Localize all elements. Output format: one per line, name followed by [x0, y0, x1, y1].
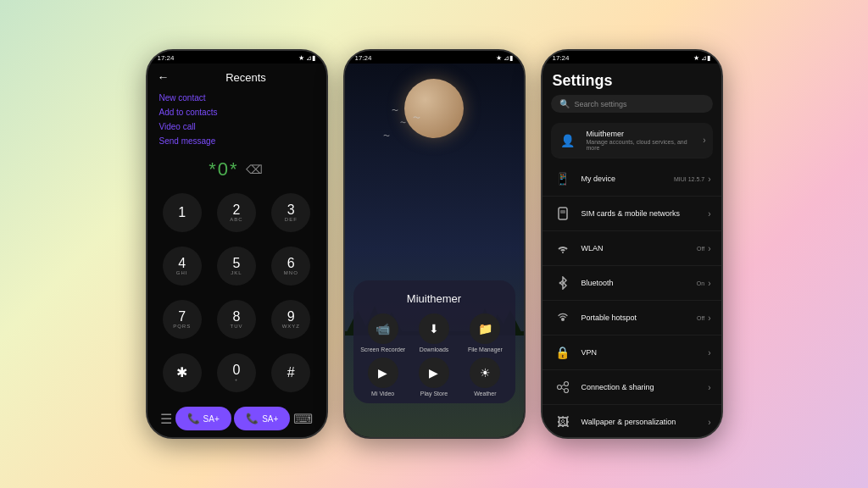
downloads-icon: ⬇ [419, 313, 449, 344]
settings-item-sim[interactable]: SIM cards & mobile networks › [542, 197, 721, 231]
menu-send-message[interactable]: Send message [159, 134, 314, 148]
wlan-title: WLAN [581, 244, 688, 252]
key-3[interactable]: 3DEF [271, 193, 310, 232]
keypad-icon[interactable]: ⌨ [293, 411, 313, 427]
call-btn-2[interactable]: 📞 SA+ [234, 407, 290, 430]
bluetooth-status: On [697, 280, 704, 286]
key-0[interactable]: 0+ [217, 353, 256, 392]
app-mi-video[interactable]: ▶ Mi Video [360, 358, 406, 396]
svg-line-16 [561, 388, 565, 390]
bird-4: 〜 [383, 131, 390, 141]
hotspot-title: Portable hotspot [581, 313, 688, 322]
play-store-icon: ▶ [419, 358, 449, 388]
settings-item-bluetooth[interactable]: Bluetooth On › [542, 266, 721, 301]
search-icon: 🔍 [559, 99, 570, 108]
app-play-store[interactable]: ▶ Play Store [411, 358, 457, 396]
chevron-icon-4: › [708, 279, 710, 288]
wallpaper-right: › [708, 418, 710, 427]
settings-item-wallpaper[interactable]: 🖼 Wallpaper & personalization › [542, 405, 721, 437]
screen-recorder-icon: 📹 [368, 313, 398, 344]
app-mi-video-label: Mi Video [371, 391, 394, 396]
backspace-icon[interactable]: ⌫ [246, 163, 264, 176]
app-play-store-label: Play Store [420, 391, 448, 396]
bird-3: 〜 [400, 119, 406, 127]
menu-new-contact[interactable]: New contact [159, 91, 314, 105]
app-screen-recorder[interactable]: 📹 Screen Recorder [360, 313, 406, 352]
bird-1: 〜 [392, 106, 398, 115]
back-arrow-icon[interactable]: ← [158, 70, 170, 84]
settings-item-mydevice[interactable]: 📱 My device MIUI 12.5.7 › [542, 162, 721, 197]
dialer-actions: ☰ 📞 SA+ 📞 SA+ ⌨ [147, 402, 326, 437]
dialer-header: ← Recents [147, 64, 326, 87]
mydevice-icon: 📱 [553, 169, 573, 189]
bluetooth-right: On › [697, 279, 711, 288]
app-downloads-label: Downloads [420, 347, 449, 352]
key-1[interactable]: 1 [163, 193, 202, 232]
status-icons-home: ★ ⊿▮ [496, 54, 513, 62]
call-btn-1[interactable]: 📞 SA+ [175, 407, 231, 430]
chevron-icon-5: › [708, 313, 710, 323]
settings-item-wlan[interactable]: WLAN Off › [542, 231, 721, 266]
app-file-manager[interactable]: 📁 File Manager [462, 313, 508, 352]
chevron-icon-8: › [708, 418, 710, 427]
key-4[interactable]: 4GHI [163, 247, 202, 286]
key-2[interactable]: 2ABC [217, 193, 256, 232]
sim-right: › [708, 209, 710, 219]
wallpaper-content: Wallpaper & personalization [581, 418, 700, 426]
call-icon-2: 📞 [246, 413, 259, 424]
mydevice-version: MIUI 12.5.7 [674, 176, 704, 182]
settings-item-miuithemer[interactable]: 👤 Miuithemer Manage accounts, cloud serv… [551, 123, 713, 158]
bluetooth-icon [553, 273, 573, 293]
key-7[interactable]: 7PQRS [163, 300, 202, 339]
key-6[interactable]: 6MNO [271, 247, 310, 286]
menu-icon[interactable]: ☰ [160, 411, 172, 427]
mydevice-title: My device [581, 175, 665, 183]
status-time-home: 17:24 [355, 54, 372, 62]
connection-right: › [708, 383, 710, 392]
key-hash[interactable]: # [271, 353, 310, 392]
chevron-icon-2: › [708, 209, 710, 219]
mydevice-content: My device [581, 175, 665, 183]
settings-search-bar[interactable]: 🔍 Search settings [551, 95, 713, 113]
svg-point-14 [564, 389, 568, 393]
status-icons-dialer: ★ ⊿▮ [298, 54, 315, 62]
svg-point-12 [557, 385, 561, 390]
dial-display: *0* ⌫ [147, 152, 326, 184]
drawer-title: Miuithemer [360, 292, 509, 305]
menu-add-contacts[interactable]: Add to contacts [159, 105, 314, 119]
bluetooth-title: Bluetooth [581, 279, 688, 287]
miuithemer-content: Miuithemer Manage accounts, cloud servic… [587, 130, 695, 151]
menu-video-call[interactable]: Video call [159, 119, 314, 134]
status-bar-dialer: 17:24 ★ ⊿▮ [147, 51, 326, 64]
app-drawer: Miuithemer 📹 Screen Recorder ⬇ Downloads… [353, 280, 515, 403]
connection-content: Connection & sharing [581, 383, 700, 391]
chevron-icon-1: › [708, 175, 710, 184]
wlan-status: Off [697, 246, 704, 252]
settings-item-vpn[interactable]: 🔒 VPN › [542, 336, 721, 370]
hotspot-status: Off [697, 315, 704, 321]
key-star[interactable]: ✱ [163, 353, 202, 392]
dialer-title: Recents [176, 71, 316, 84]
wlan-icon [553, 238, 573, 258]
birds-area: 〜 〜 〜 〜 [345, 89, 524, 157]
settings-title: Settings [542, 64, 721, 95]
miuithemer-subtitle: Manage accounts, cloud services, and mor… [587, 139, 695, 151]
call-icon-1: 📞 [187, 413, 200, 424]
key-9[interactable]: 9WXYZ [271, 300, 310, 339]
sim-content: SIM cards & mobile networks [581, 209, 700, 218]
call-label-2: SA+ [262, 414, 278, 424]
search-placeholder: Search settings [575, 100, 627, 108]
hotspot-icon [553, 308, 573, 328]
bird-2: 〜 [413, 113, 420, 124]
svg-point-11 [561, 318, 565, 321]
key-5[interactable]: 5JKL [217, 247, 256, 286]
app-weather[interactable]: ☀ Weather [462, 358, 508, 396]
wlan-right: Off › [697, 244, 711, 253]
miuithemer-icon: 👤 [558, 130, 578, 151]
key-8[interactable]: 8TUV [217, 300, 256, 339]
dialer-screen: ← Recents New contact Add to contacts Vi… [147, 64, 326, 437]
app-downloads[interactable]: ⬇ Downloads [411, 313, 457, 352]
settings-item-connection[interactable]: Connection & sharing › [542, 370, 721, 405]
miuithemer-title: Miuithemer [587, 130, 695, 138]
settings-item-hotspot[interactable]: Portable hotspot Off › [542, 301, 721, 336]
